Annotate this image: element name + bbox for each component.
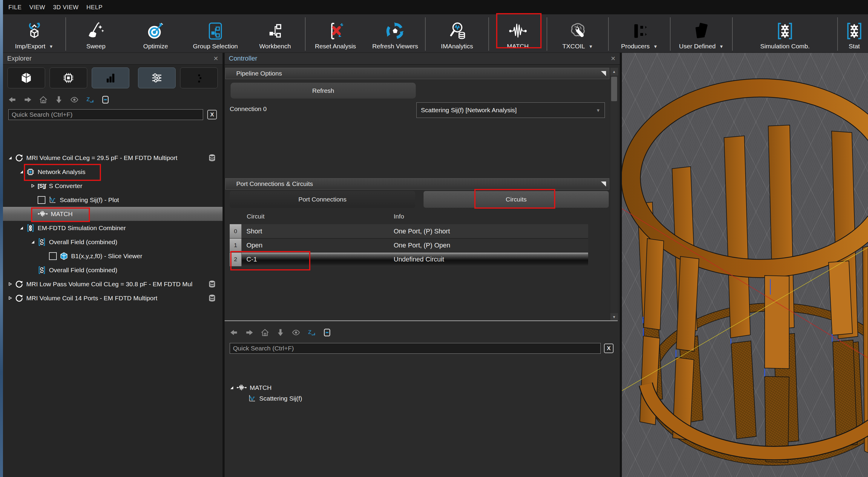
controller-nav-eye-icon[interactable] — [291, 328, 301, 337]
explorer-nav-arrow-left-icon[interactable] — [8, 95, 17, 104]
explorer-nav-eye-icon[interactable] — [70, 95, 79, 104]
visibility-checkbox[interactable] — [49, 252, 57, 260]
controller-nav-home-icon[interactable] — [260, 328, 270, 337]
toolbar-button-sweep[interactable]: Sweep — [66, 14, 126, 53]
toolbar-button-imanalytics[interactable]: IMAnalytics — [426, 14, 488, 53]
expander-open-icon[interactable] — [19, 226, 26, 230]
chevron-down-icon[interactable]: ▼ — [719, 44, 724, 49]
circuit-row-short[interactable]: 0 Short One Port, (P) Short — [230, 224, 588, 238]
toolbar-button-txcoil[interactable]: TXCOIL▼ — [547, 14, 608, 53]
toolbar-button-stat[interactable]: Stat — [838, 14, 868, 53]
sim-cycle-icon — [15, 280, 23, 288]
tree-item-b1-x-y-z-f0-slice-viewer[interactable]: B1(x,y,z,f0) - Slice Viewer — [3, 249, 222, 263]
toolbar-button-optimize[interactable]: Optimize — [126, 14, 185, 53]
explorer-nav-arrow-right-icon[interactable] — [23, 95, 32, 104]
menu-item-view[interactable]: VIEW — [29, 4, 45, 11]
tab-circuits[interactable]: Circuits — [424, 191, 609, 208]
connection-0-select[interactable]: Scattering Sij(f) [Network Analysis] ▼ — [416, 102, 605, 118]
scroll-down-button[interactable]: ▼ — [610, 313, 618, 321]
tree-item-mri-volume-coil-14-ports-em-fd[interactable]: MRI Volume Coil 14 Ports - EM FDTD Multi… — [3, 291, 222, 305]
expander-open-icon[interactable] — [30, 240, 38, 244]
toolbar-button-user-defined[interactable]: User Defined▼ — [671, 14, 732, 53]
expander-open-icon[interactable] — [8, 156, 15, 160]
tree-item-label: MRI Volume Coil CLeg = 29.5 pF - EM FDTD… — [26, 154, 178, 162]
toolbar-button-producers[interactable]: Producers▼ — [609, 14, 670, 53]
controller-close-icon[interactable]: ✕ — [611, 55, 616, 62]
controller-nav-minus-box-icon[interactable] — [322, 328, 332, 337]
expander-closed-icon[interactable] — [8, 296, 15, 300]
chip-icon — [26, 168, 35, 176]
refresh-button[interactable]: Refresh — [230, 83, 416, 99]
view-toggle-chart-view[interactable] — [92, 67, 129, 88]
controller-search-clear-button[interactable]: X — [604, 344, 614, 353]
tree-item-overall-field-combined-[interactable]: Overall Field (combined) — [3, 235, 222, 249]
visibility-checkbox[interactable] — [38, 196, 45, 204]
3d-viewport[interactable] — [622, 53, 868, 477]
explorer-controller-splitter[interactable] — [222, 53, 225, 477]
combiner-icon — [26, 224, 35, 232]
menu-bar: FILEVIEW3D VIEWHELP — [3, 0, 868, 14]
chevron-down-icon[interactable]: ▼ — [653, 44, 658, 49]
menu-item-help[interactable]: HELP — [86, 4, 102, 11]
controller-nav-arrow-right-icon[interactable] — [245, 328, 254, 337]
plot-icon — [49, 196, 57, 204]
tree-item-mri-low-pass-volume-coil-cleg-[interactable]: MRI Low Pass Volume Coil CLeg = 30.8 pF … — [3, 277, 222, 291]
info-cell: Undefined Circuit — [390, 255, 588, 263]
toolbar-button-imp-export[interactable]: Imp/Export▼ — [3, 14, 65, 53]
sim-cycle-icon — [15, 294, 23, 302]
view-toggle-sliders-view[interactable] — [138, 67, 176, 88]
expander-open-icon[interactable] — [19, 170, 26, 174]
explorer-close-icon[interactable]: ✕ — [213, 55, 218, 62]
explorer-search-input[interactable] — [8, 109, 203, 120]
scroll-up-button[interactable]: ▲ — [610, 68, 618, 75]
expander-closed-icon[interactable] — [8, 282, 15, 286]
chevron-down-icon[interactable]: ▼ — [589, 44, 593, 49]
tree-item-overall-field-combined-[interactable]: Overall Field (combined) — [3, 263, 222, 277]
controller-panel: Controller ✕ Pipeline Options Refresh Co… — [225, 53, 620, 477]
controller-search-input[interactable] — [230, 343, 601, 354]
tree-item-network-analysis[interactable]: Network Analysis — [3, 165, 222, 179]
column-header-circuit: Circuit — [247, 213, 265, 220]
database-icon — [209, 280, 216, 289]
view-toggle-tree-view[interactable] — [180, 67, 218, 88]
explorer-nav-z-order-icon[interactable]: Z — [86, 95, 94, 104]
explorer-nav-minus-box-icon[interactable] — [101, 95, 110, 104]
toolbar-button-simulation-comb-[interactable]: Simulation Comb. — [733, 14, 837, 53]
circuit-row-open[interactable]: 1 Open One Port, (P) Open — [230, 238, 588, 252]
menu-item-file[interactable]: FILE — [8, 4, 22, 11]
expander-open-icon[interactable] — [229, 385, 237, 390]
gears-brackets-icon — [775, 22, 795, 41]
tree-item-scattering-sij-f-[interactable]: Scattering Sij(f) — [225, 391, 620, 405]
collapse-triangle-icon — [601, 71, 606, 76]
toolbar-button-refresh-viewers[interactable]: Refresh Viewers — [365, 14, 425, 53]
tab-port-connections[interactable]: Port Connections — [230, 191, 415, 208]
tree-item-em-fdtd-simulation-combiner[interactable]: EM-FDTD Simulation Combiner — [3, 221, 222, 235]
controller-nav-arrow-down-icon[interactable] — [276, 328, 285, 337]
port-connections-section-header[interactable]: Port Connections & Circuits — [225, 178, 609, 190]
tree-item-s-converter[interactable]: [S]ʃS Converter — [3, 179, 222, 193]
controller-scrollbar[interactable]: ▲ ▼ — [610, 68, 618, 321]
chevron-down-icon[interactable]: ▼ — [49, 44, 54, 49]
tree-item-mri-volume-coil-cleg-29-5-pf-e[interactable]: MRI Volume Coil CLeg = 29.5 pF - EM FDTD… — [3, 151, 222, 165]
controller-viewport-splitter[interactable] — [620, 53, 622, 477]
toolbar-button-match[interactable]: MATCH — [489, 14, 547, 53]
view-toggle-chip-view[interactable] — [50, 67, 87, 88]
circuit-row-c-1[interactable]: 2 C-1 Undefined Circuit — [230, 252, 588, 266]
toolbar-button-reset-analysis[interactable]: Reset Analysis — [306, 14, 365, 53]
controller-nav-z-order-icon[interactable]: Z — [307, 328, 316, 337]
tree-item-match[interactable]: MATCH — [3, 207, 222, 221]
explorer-nav-home-icon[interactable] — [39, 95, 48, 104]
explorer-search-clear-button[interactable]: X — [207, 110, 217, 120]
tree-item-scattering-sij-f-plot[interactable]: Scattering Sij(f) - Plot — [3, 193, 222, 207]
circuit-cell: C-1 — [242, 255, 390, 263]
explorer-nav-arrow-down-icon[interactable] — [54, 95, 63, 104]
controller-splitter[interactable] — [225, 320, 618, 321]
menu-item-3d-view[interactable]: 3D VIEW — [53, 4, 79, 11]
view-toggle-cube-view[interactable] — [7, 67, 45, 88]
expander-closed-icon[interactable] — [30, 183, 38, 188]
scrollbar-thumb[interactable] — [611, 77, 617, 101]
controller-nav-arrow-left-icon[interactable] — [229, 328, 238, 337]
toolbar-button-group-selection[interactable]: Group Selection — [185, 14, 245, 53]
pipeline-options-section-header[interactable]: Pipeline Options — [225, 68, 609, 79]
toolbar-button-workbench[interactable]: Workbench — [245, 14, 305, 53]
